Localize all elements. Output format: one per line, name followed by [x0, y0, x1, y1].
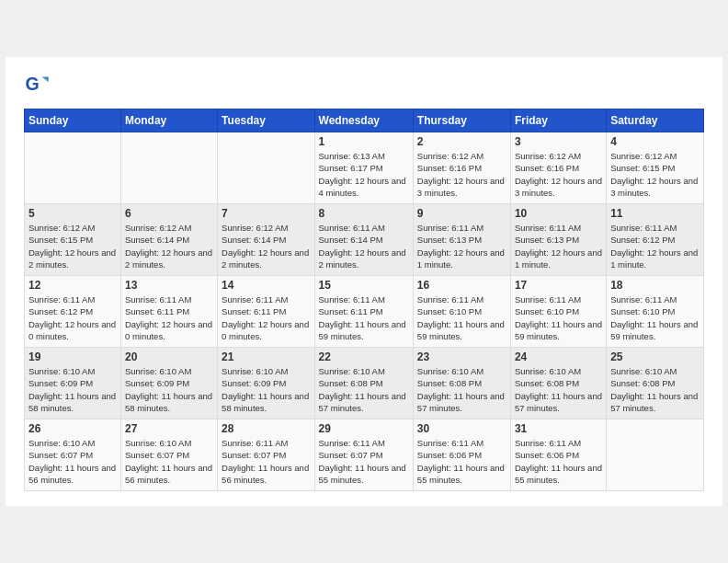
day-number: 2 — [417, 135, 506, 148]
weekday-header: Friday — [510, 109, 606, 132]
day-number: 15 — [319, 279, 409, 292]
day-info: Sunrise: 6:12 AM Sunset: 6:14 PM Dayligh… — [125, 222, 213, 270]
day-number: 6 — [125, 207, 213, 220]
day-number: 27 — [125, 422, 213, 435]
calendar-day-cell: 14Sunrise: 6:11 AM Sunset: 6:11 PM Dayli… — [218, 276, 314, 348]
calendar-day-cell: 2Sunrise: 6:12 AM Sunset: 6:16 PM Daylig… — [413, 132, 510, 204]
calendar-day-cell: 22Sunrise: 6:10 AM Sunset: 6:08 PM Dayli… — [314, 348, 413, 419]
calendar-header: SundayMondayTuesdayWednesdayThursdayFrid… — [25, 109, 704, 132]
day-number: 22 — [319, 350, 409, 363]
day-number: 30 — [417, 422, 506, 435]
calendar-day-cell: 16Sunrise: 6:11 AM Sunset: 6:10 PM Dayli… — [413, 276, 510, 348]
logo: G — [24, 72, 53, 98]
day-number: 13 — [125, 279, 213, 292]
calendar-day-cell: 18Sunrise: 6:11 AM Sunset: 6:10 PM Dayli… — [607, 276, 704, 348]
day-number: 24 — [515, 350, 602, 363]
calendar-day-cell: 27Sunrise: 6:10 AM Sunset: 6:07 PM Dayli… — [120, 419, 217, 491]
calendar-day-cell: 1Sunrise: 6:13 AM Sunset: 6:17 PM Daylig… — [314, 132, 413, 204]
weekday-header: Saturday — [607, 109, 704, 132]
day-info: Sunrise: 6:12 AM Sunset: 6:16 PM Dayligh… — [515, 150, 602, 199]
day-info: Sunrise: 6:11 AM Sunset: 6:07 PM Dayligh… — [222, 437, 310, 486]
calendar-day-cell: 26Sunrise: 6:10 AM Sunset: 6:07 PM Dayli… — [25, 419, 121, 491]
day-info: Sunrise: 6:10 AM Sunset: 6:08 PM Dayligh… — [319, 365, 409, 414]
day-number: 12 — [28, 279, 117, 292]
day-number: 9 — [417, 207, 506, 220]
day-info: Sunrise: 6:12 AM Sunset: 6:16 PM Dayligh… — [417, 150, 506, 199]
calendar-day-cell — [607, 419, 704, 491]
calendar-day-cell: 23Sunrise: 6:10 AM Sunset: 6:08 PM Dayli… — [413, 348, 510, 419]
calendar-day-cell: 31Sunrise: 6:11 AM Sunset: 6:06 PM Dayli… — [510, 419, 606, 491]
day-info: Sunrise: 6:10 AM Sunset: 6:07 PM Dayligh… — [28, 437, 117, 486]
day-info: Sunrise: 6:10 AM Sunset: 6:09 PM Dayligh… — [222, 365, 310, 414]
day-number: 3 — [515, 135, 602, 148]
day-number: 28 — [222, 422, 310, 435]
day-info: Sunrise: 6:10 AM Sunset: 6:08 PM Dayligh… — [515, 365, 602, 414]
day-info: Sunrise: 6:10 AM Sunset: 6:07 PM Dayligh… — [125, 437, 213, 486]
day-info: Sunrise: 6:11 AM Sunset: 6:10 PM Dayligh… — [610, 293, 700, 342]
calendar-day-cell: 19Sunrise: 6:10 AM Sunset: 6:09 PM Dayli… — [25, 348, 121, 419]
calendar-day-cell — [218, 132, 314, 204]
calendar-day-cell: 3Sunrise: 6:12 AM Sunset: 6:16 PM Daylig… — [510, 132, 606, 204]
calendar-day-cell: 7Sunrise: 6:12 AM Sunset: 6:14 PM Daylig… — [218, 204, 314, 276]
calendar-week-row: 26Sunrise: 6:10 AM Sunset: 6:07 PM Dayli… — [25, 419, 704, 491]
header: G — [24, 72, 704, 98]
day-number: 18 — [610, 279, 700, 292]
day-number: 10 — [515, 207, 602, 220]
calendar-day-cell: 8Sunrise: 6:11 AM Sunset: 6:14 PM Daylig… — [314, 204, 413, 276]
day-number: 8 — [319, 207, 409, 220]
calendar-body: 1Sunrise: 6:13 AM Sunset: 6:17 PM Daylig… — [25, 132, 704, 491]
calendar-day-cell — [120, 132, 217, 204]
weekday-header: Monday — [120, 109, 217, 132]
calendar-week-row: 5Sunrise: 6:12 AM Sunset: 6:15 PM Daylig… — [25, 204, 704, 276]
calendar-day-cell: 10Sunrise: 6:11 AM Sunset: 6:13 PM Dayli… — [510, 204, 606, 276]
weekday-header: Tuesday — [218, 109, 314, 132]
day-info: Sunrise: 6:10 AM Sunset: 6:08 PM Dayligh… — [417, 365, 506, 414]
day-info: Sunrise: 6:11 AM Sunset: 6:14 PM Dayligh… — [319, 222, 409, 270]
day-number: 4 — [610, 135, 700, 148]
day-info: Sunrise: 6:11 AM Sunset: 6:06 PM Dayligh… — [515, 437, 602, 486]
svg-text:G: G — [25, 74, 39, 94]
day-number: 25 — [610, 350, 700, 363]
day-info: Sunrise: 6:11 AM Sunset: 6:12 PM Dayligh… — [28, 293, 117, 342]
day-number: 21 — [222, 350, 310, 363]
calendar-day-cell: 15Sunrise: 6:11 AM Sunset: 6:11 PM Dayli… — [314, 276, 413, 348]
calendar-week-row: 19Sunrise: 6:10 AM Sunset: 6:09 PM Dayli… — [25, 348, 704, 419]
day-info: Sunrise: 6:11 AM Sunset: 6:06 PM Dayligh… — [417, 437, 506, 486]
day-info: Sunrise: 6:13 AM Sunset: 6:17 PM Dayligh… — [319, 150, 409, 199]
calendar-day-cell: 28Sunrise: 6:11 AM Sunset: 6:07 PM Dayli… — [218, 419, 314, 491]
day-info: Sunrise: 6:11 AM Sunset: 6:10 PM Dayligh… — [515, 293, 602, 342]
calendar-day-cell: 4Sunrise: 6:12 AM Sunset: 6:15 PM Daylig… — [607, 132, 704, 204]
calendar-day-cell — [25, 132, 121, 204]
day-number: 31 — [515, 422, 602, 435]
day-number: 26 — [28, 422, 117, 435]
day-number: 16 — [417, 279, 506, 292]
day-info: Sunrise: 6:11 AM Sunset: 6:11 PM Dayligh… — [319, 293, 409, 342]
day-info: Sunrise: 6:10 AM Sunset: 6:09 PM Dayligh… — [28, 365, 117, 414]
calendar-day-cell: 30Sunrise: 6:11 AM Sunset: 6:06 PM Dayli… — [413, 419, 510, 491]
calendar-day-cell: 12Sunrise: 6:11 AM Sunset: 6:12 PM Dayli… — [25, 276, 121, 348]
calendar-day-cell: 11Sunrise: 6:11 AM Sunset: 6:12 PM Dayli… — [607, 204, 704, 276]
day-info: Sunrise: 6:11 AM Sunset: 6:12 PM Dayligh… — [610, 222, 700, 270]
day-number: 29 — [319, 422, 409, 435]
day-number: 23 — [417, 350, 506, 363]
day-info: Sunrise: 6:11 AM Sunset: 6:13 PM Dayligh… — [515, 222, 602, 270]
weekday-row: SundayMondayTuesdayWednesdayThursdayFrid… — [25, 109, 704, 132]
day-info: Sunrise: 6:11 AM Sunset: 6:13 PM Dayligh… — [417, 222, 506, 270]
calendar-day-cell: 25Sunrise: 6:10 AM Sunset: 6:08 PM Dayli… — [607, 348, 704, 419]
day-number: 17 — [515, 279, 602, 292]
day-number: 7 — [222, 207, 310, 220]
weekday-header: Sunday — [25, 109, 121, 132]
calendar-day-cell: 9Sunrise: 6:11 AM Sunset: 6:13 PM Daylig… — [413, 204, 510, 276]
day-info: Sunrise: 6:11 AM Sunset: 6:11 PM Dayligh… — [222, 293, 310, 342]
calendar-day-cell: 5Sunrise: 6:12 AM Sunset: 6:15 PM Daylig… — [25, 204, 121, 276]
calendar-day-cell: 20Sunrise: 6:10 AM Sunset: 6:09 PM Dayli… — [120, 348, 217, 419]
day-number: 19 — [28, 350, 117, 363]
day-info: Sunrise: 6:11 AM Sunset: 6:11 PM Dayligh… — [125, 293, 213, 342]
day-number: 14 — [222, 279, 310, 292]
day-number: 1 — [319, 135, 409, 148]
calendar-day-cell: 13Sunrise: 6:11 AM Sunset: 6:11 PM Dayli… — [120, 276, 217, 348]
weekday-header: Wednesday — [314, 109, 413, 132]
calendar-day-cell: 6Sunrise: 6:12 AM Sunset: 6:14 PM Daylig… — [120, 204, 217, 276]
day-info: Sunrise: 6:12 AM Sunset: 6:14 PM Dayligh… — [222, 222, 310, 270]
calendar-day-cell: 21Sunrise: 6:10 AM Sunset: 6:09 PM Dayli… — [218, 348, 314, 419]
